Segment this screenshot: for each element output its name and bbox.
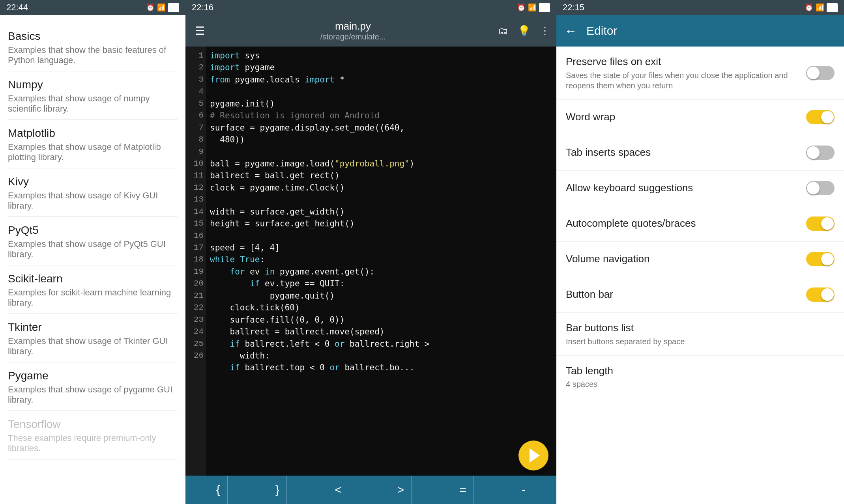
example-desc: Examples that show the basic features of… [8,45,178,65]
example-item-pygame[interactable]: Pygame Examples that show usage of pygam… [8,362,178,411]
signal-icon2: 📶 [528,3,537,12]
play-arrow-icon [530,448,540,463]
setting-info-bar-buttons-list: Bar buttons list Insert buttons separate… [566,321,835,347]
status-icons-panel2: ⏰ 📶 42 [517,3,550,12]
status-icons-panel1: ⏰ 📶 39 [146,3,179,12]
setting-row-preserve-files[interactable]: Preserve files on exit Saves the state o… [556,47,844,100]
example-desc: Examples that show usage of numpy scient… [8,93,178,114]
battery-panel3: 42 [827,3,838,12]
setting-row-tab-inserts-spaces[interactable]: Tab inserts spaces [556,135,844,171]
setting-info-tab-length: Tab length 4 spaces [566,364,835,390]
example-title: Tkinter [8,321,178,334]
btn-less-than[interactable]: < [328,476,350,504]
setting-desc-preserve-files: Saves the state of your files when you c… [566,70,800,91]
setting-info-volume-navigation: Volume navigation [566,252,806,266]
setting-row-word-wrap[interactable]: Word wrap [556,100,844,135]
btn-equals[interactable]: = [452,476,474,504]
btn-minus[interactable]: - [515,476,533,504]
settings-title: Editor [586,24,617,37]
example-desc: Examples that show usage of PyQt5 GUI li… [8,239,178,259]
time-panel3: 22:15 [563,2,584,13]
file-icon[interactable]: 🗂 [498,25,508,37]
example-item-tensorflow[interactable]: Tensorflow These examples require premiu… [8,411,178,459]
setting-title-tab-inserts-spaces: Tab inserts spaces [566,146,800,159]
setting-row-autocomplete-quotes[interactable]: Autocomplete quotes/braces [556,206,844,242]
status-bar-panel3: 22:15 ⏰ 📶 42 [556,0,844,15]
example-desc: Examples that show usage of Tkinter GUI … [8,336,178,357]
alarm-icon: ⏰ [146,3,155,12]
example-title: Pygame [8,370,178,382]
example-title: Kivy [8,175,178,188]
play-fab[interactable] [518,441,548,470]
setting-desc-bar-buttons-list: Insert buttons separated by space [566,336,828,347]
example-title: Matplotlib [8,127,178,140]
line-numbers: 1234 5678 9101112 13141516 17181920 2122… [185,47,206,476]
panel-examples: 22:44 ⏰ 📶 39 Basics Examples that show t… [0,0,185,504]
btn-brace-open[interactable]: { [209,476,228,504]
status-icons-panel3: ⏰ 📶 42 [805,3,838,12]
status-bar-panel2: 22:16 ⏰ 📶 42 [185,0,556,15]
toggle-knob-preserve-files [807,67,820,79]
setting-desc-tab-length: 4 spaces [566,379,828,389]
editor-toolbar: ☰ main.py /storage/emulate... 🗂 💡 ⋮ [185,15,556,47]
toggle-knob-autocomplete-quotes [821,217,834,230]
bulb-icon[interactable]: 💡 [518,25,530,37]
setting-info-button-bar: Button bar [566,288,806,301]
back-icon[interactable]: ← [564,24,577,38]
code-area[interactable]: 1234 5678 9101112 13141516 17181920 2122… [185,47,556,476]
setting-row-allow-keyboard-suggestions[interactable]: Allow keyboard suggestions [556,171,844,206]
example-title: Basics [8,30,178,43]
examples-list: Basics Examples that show the basic feat… [0,15,185,504]
example-item-numpy[interactable]: Numpy Examples that show usage of numpy … [8,71,178,120]
setting-row-volume-navigation[interactable]: Volume navigation [556,242,844,277]
editor-filename: main.py [335,20,371,32]
toggle-knob-tab-inserts-spaces [807,146,820,159]
btn-greater-than[interactable]: > [390,476,412,504]
signal-icon3: 📶 [816,3,824,12]
settings-content: Preserve files on exit Saves the state o… [556,47,844,504]
setting-info-allow-keyboard-suggestions: Allow keyboard suggestions [566,181,806,195]
setting-title-autocomplete-quotes: Autocomplete quotes/braces [566,217,800,230]
example-item-scikit-learn[interactable]: Scikit-learn Examples for scikit-learn m… [8,265,178,314]
settings-header: ← Editor [556,15,844,47]
code-content[interactable]: import sys import pygame from pygame.loc… [206,47,556,476]
setting-title-preserve-files: Preserve files on exit [566,55,800,69]
setting-title-volume-navigation: Volume navigation [566,252,800,266]
more-options-icon[interactable]: ⋮ [540,25,550,37]
example-item-basics[interactable]: Basics Examples that show the basic feat… [8,23,178,71]
toggle-button-bar[interactable] [806,287,835,302]
setting-info-tab-inserts-spaces: Tab inserts spaces [566,146,806,159]
toggle-knob-allow-keyboard-suggestions [807,182,820,194]
setting-title-allow-keyboard-suggestions: Allow keyboard suggestions [566,181,800,195]
toggle-word-wrap[interactable] [806,110,835,124]
setting-info-autocomplete-quotes: Autocomplete quotes/braces [566,217,806,230]
time-panel2: 22:16 [192,2,213,13]
toggle-volume-navigation[interactable] [806,252,835,266]
example-item-tkinter[interactable]: Tkinter Examples that show usage of Tkin… [8,314,178,362]
example-item-pyqt5[interactable]: PyQt5 Examples that show usage of PyQt5 … [8,217,178,265]
toggle-allow-keyboard-suggestions[interactable] [806,181,835,195]
editor-filepath: /storage/emulate... [320,32,386,41]
toggle-tab-inserts-spaces[interactable] [806,146,835,160]
toggle-autocomplete-quotes[interactable] [806,217,835,231]
setting-row-button-bar[interactable]: Button bar [556,277,844,313]
setting-row-bar-buttons-list: Bar buttons list Insert buttons separate… [556,313,844,356]
setting-info-preserve-files: Preserve files on exit Saves the state o… [566,55,806,91]
btn-brace-close[interactable]: } [268,476,287,504]
toggle-preserve-files[interactable] [806,66,835,80]
time-panel1: 22:44 [6,2,28,13]
example-title: Scikit-learn [8,273,178,285]
alarm-icon3: ⏰ [805,3,813,12]
example-item-kivy[interactable]: Kivy Examples that show usage of Kivy GU… [8,168,178,217]
example-desc: These examples require premium-only libr… [8,433,178,454]
toggle-knob-button-bar [821,288,834,301]
status-bar-panel1: 22:44 ⏰ 📶 39 [0,0,185,15]
example-title: Numpy [8,78,178,91]
editor-title-group: main.py /storage/emulate... [216,20,490,41]
setting-row-tab-length: Tab length 4 spaces [556,356,844,399]
alarm-icon2: ⏰ [517,3,526,12]
toggle-knob-volume-navigation [821,253,834,265]
example-item-matplotlib[interactable]: Matplotlib Examples that show usage of M… [8,120,178,168]
menu-icon[interactable]: ☰ [192,21,208,41]
toggle-knob-word-wrap [821,111,834,123]
